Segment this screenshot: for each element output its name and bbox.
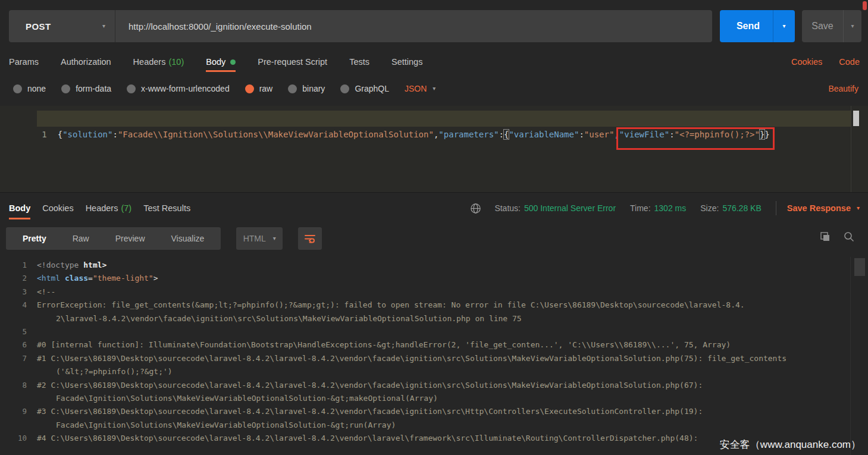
response-headers-count-badge: (7) [121, 203, 131, 213]
method-label: POST [26, 21, 51, 32]
response-code-line: 9#3 C:\Users\86189\Desktop\sourcecode\la… [0, 404, 868, 418]
response-body-viewer[interactable]: 1<!doctype html>2<html class="theme-ligh… [0, 257, 868, 455]
body-mode-graphql[interactable]: GraphQL [340, 84, 389, 93]
watermark: 安全客（www.anquanke.com） [720, 438, 861, 451]
save-button[interactable]: Save ▾ [802, 10, 861, 42]
body-mode-label: form-data [76, 84, 111, 93]
line-number: 8 [0, 379, 37, 392]
response-tabs: Body Cookies Headers(7) Test Results [9, 196, 202, 220]
line-number: 3 [0, 285, 37, 299]
tab-settings[interactable]: Settings [391, 52, 422, 72]
body-mode-none[interactable]: none [13, 84, 46, 93]
body-mode-label: none [27, 84, 46, 93]
radio-icon [127, 84, 136, 93]
view-tab-raw[interactable]: Raw [59, 234, 102, 243]
chevron-down-icon: ▾ [273, 236, 276, 241]
network-globe-icon[interactable] [470, 203, 481, 214]
tab-label: Pre-request Script [258, 52, 327, 72]
view-tab-visualize[interactable]: Visualize [158, 234, 218, 243]
tab-params[interactable]: Params [9, 52, 39, 72]
body-mode-raw[interactable]: raw [245, 84, 273, 93]
request-body-editor[interactable]: 1{"solution":"Facade\\Ignition\\Solution… [0, 106, 868, 192]
cookies-link[interactable]: Cookies [791, 57, 822, 67]
raw-format-select[interactable]: JSON ▾ [405, 84, 435, 93]
size-badge: Size:576.28 KB [700, 203, 762, 213]
tab-label: Test Results [143, 203, 190, 213]
body-mode-label: binary [302, 84, 325, 93]
response-code-line: 2\laravel-8.4.2\vendor\facade\ignition\s… [0, 312, 868, 325]
line-number: 1 [0, 259, 37, 272]
response-code-line: 6#0 [internal function]: Illuminate\Foun… [0, 338, 868, 351]
search-icon [843, 231, 855, 243]
tab-label: Authorization [61, 52, 111, 72]
window-scrollbar-marker[interactable] [863, 1, 867, 10]
body-mode-label: raw [259, 84, 273, 93]
url-input[interactable]: http://localhost:8000/_ignition/execute-… [115, 10, 712, 42]
status-badge: Status:500 Internal Server Error [494, 203, 616, 213]
save-options-chevron-icon[interactable]: ▾ [844, 23, 861, 29]
line-number: 6 [0, 338, 37, 352]
request-json-code: {"solution":"Facade\\Ignition\\Solutions… [58, 130, 770, 139]
body-mode-x-www-form-urlencoded[interactable]: x-www-form-urlencoded [127, 84, 230, 93]
raw-format-label: JSON [405, 84, 427, 93]
tab-label: Tests [349, 52, 369, 72]
request-body-line: 1{"solution":"Facade\\Ignition\\Solution… [0, 111, 868, 127]
response-scrollbar-thumb[interactable] [854, 258, 865, 276]
editor-scrollbar-thumb[interactable] [853, 111, 859, 126]
radio-icon [61, 84, 70, 93]
view-tab-pretty[interactable]: Pretty [10, 234, 59, 243]
view-tab-preview[interactable]: Preview [102, 234, 158, 243]
chevron-down-icon: ▾ [102, 23, 105, 29]
response-code-line: 5 [0, 325, 868, 338]
response-tab-test-results[interactable]: Test Results [143, 196, 190, 220]
tab-tests[interactable]: Tests [349, 52, 369, 72]
response-code: 1<!doctype html>2<html class="theme-ligh… [0, 258, 868, 444]
send-button[interactable]: Send ▾ [720, 10, 795, 42]
method-select[interactable]: POST ▾ [9, 10, 115, 42]
response-meta: Status:500 Internal Server Error Time:13… [470, 196, 860, 220]
code-link[interactable]: Code [839, 57, 860, 67]
tab-label: Params [9, 52, 39, 72]
radio-icon [340, 84, 349, 93]
line-number: 1 [20, 127, 58, 143]
response-code-line: 3<!-- [0, 285, 868, 298]
tab-authorization[interactable]: Authorization [61, 52, 111, 72]
copy-button[interactable] [819, 231, 831, 243]
exploit-highlight-box: "viewFile":"<?=phpinfo();?>"}} [619, 130, 770, 139]
tab-body[interactable]: Body [206, 52, 236, 72]
copy-icon [819, 231, 831, 243]
request-tabs: Params Authorization Headers(10) Body Pr… [9, 52, 444, 72]
response-code-line: 8#2 C:\Users\86189\Desktop\sourcecode\la… [0, 378, 868, 391]
tab-pre-request-script[interactable]: Pre-request Script [258, 52, 327, 72]
chevron-down-icon: ▾ [433, 86, 435, 92]
headers-count-badge: (10) [168, 52, 184, 72]
body-mode-label: x-www-form-urlencoded [141, 84, 230, 93]
body-mode-form-data[interactable]: form-data [61, 84, 111, 93]
line-number: 10 [0, 432, 37, 445]
tab-label: Body [9, 203, 30, 213]
wrap-text-button[interactable] [298, 227, 322, 250]
view-mode-segmented-control: Pretty Raw Preview Visualize [6, 227, 221, 250]
response-actions [819, 231, 855, 243]
tab-headers[interactable]: Headers(10) [133, 52, 184, 72]
beautify-link[interactable]: Beautify [828, 79, 858, 99]
status-label: Status: [494, 203, 521, 213]
time-badge: Time:1302 ms [630, 203, 686, 213]
body-mode-binary[interactable]: binary [288, 84, 325, 93]
response-code-line: Facade\Ignition\Solutions\MakeViewVariab… [0, 391, 868, 404]
save-label: Save [802, 21, 843, 32]
send-options-chevron-icon[interactable]: ▾ [773, 23, 795, 29]
response-format-label: HTML [243, 234, 266, 243]
response-tab-cookies[interactable]: Cookies [42, 196, 73, 220]
search-button[interactable] [843, 231, 855, 243]
response-format-select[interactable]: HTML ▾ [236, 227, 283, 250]
response-code-line: 7#1 C:\Users\86189\Desktop\sourcecode\la… [0, 352, 868, 365]
divider [776, 201, 776, 215]
response-view-toolbar: Pretty Raw Preview Visualize HTML ▾ [6, 227, 322, 250]
save-response-button[interactable]: Save Response [787, 203, 851, 213]
response-tab-body[interactable]: Body [9, 196, 30, 220]
wrap-text-icon [304, 233, 316, 244]
response-tab-headers[interactable]: Headers(7) [86, 196, 132, 220]
save-response-chevron-icon[interactable]: ▾ [857, 205, 860, 211]
request-url-bar: POST ▾ http://localhost:8000/_ignition/e… [9, 10, 712, 42]
